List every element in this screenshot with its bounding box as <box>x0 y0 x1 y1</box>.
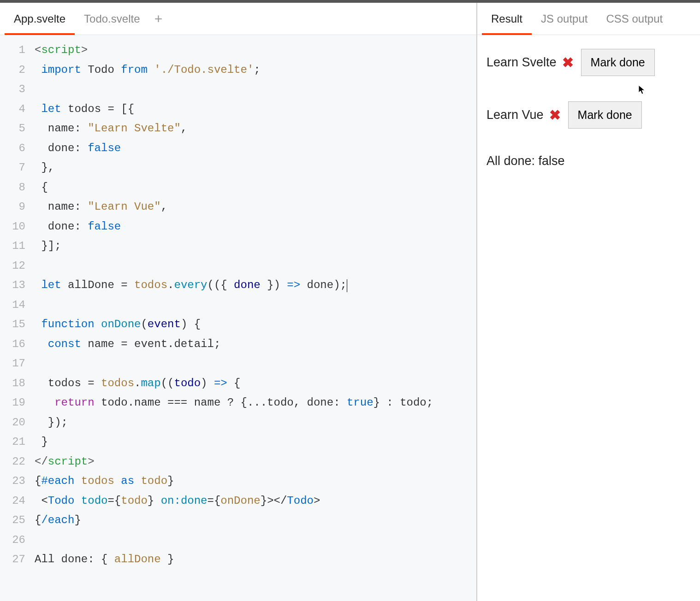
x-icon: ✖ <box>562 54 574 71</box>
code-line[interactable]: </script> <box>35 452 476 472</box>
line-number: 20 <box>0 413 25 433</box>
line-number: 12 <box>0 256 25 276</box>
todo-name: Learn Svelte <box>486 55 557 70</box>
line-number: 2 <box>0 60 25 80</box>
output-pane: ResultJS outputCSS output Learn Svelte✖M… <box>477 3 700 601</box>
code-line[interactable]: <script> <box>35 41 476 60</box>
add-file-tab[interactable]: + <box>149 11 167 27</box>
line-number: 17 <box>0 354 25 374</box>
line-number: 19 <box>0 393 25 413</box>
code-line[interactable] <box>35 295 476 315</box>
code-line[interactable]: done: false <box>35 139 476 159</box>
code-line[interactable]: let todos = [{ <box>35 100 476 119</box>
code-line[interactable]: {/each} <box>35 511 476 530</box>
result-area: Learn Svelte✖Mark doneLearn Vue✖Mark don… <box>477 35 700 601</box>
code-line[interactable]: const name = event.detail; <box>35 335 476 354</box>
line-number: 4 <box>0 100 25 119</box>
output-tabs: ResultJS outputCSS output <box>477 3 700 35</box>
line-number: 22 <box>0 452 25 472</box>
file-tab-1[interactable]: Todo.svelte <box>75 3 149 35</box>
x-icon: ✖ <box>549 107 561 123</box>
line-number: 25 <box>0 511 25 530</box>
line-number: 8 <box>0 178 25 198</box>
all-done-text: All done: false <box>486 154 691 168</box>
file-tabs: App.svelteTodo.svelte+ <box>0 3 476 35</box>
code-line[interactable]: name: "Learn Vue", <box>35 197 476 217</box>
editor-pane: App.svelteTodo.svelte+ 12345678910111213… <box>0 3 477 601</box>
line-number: 13 <box>0 276 25 295</box>
line-number: 24 <box>0 491 25 511</box>
line-number: 5 <box>0 119 25 139</box>
todo-name: Learn Vue <box>486 108 544 122</box>
code-line[interactable]: { <box>35 178 476 198</box>
file-tab-0[interactable]: App.svelte <box>5 3 75 35</box>
line-number: 9 <box>0 197 25 217</box>
code-line[interactable]: }]; <box>35 236 476 256</box>
line-number: 18 <box>0 374 25 394</box>
line-number: 6 <box>0 139 25 159</box>
line-number: 21 <box>0 432 25 452</box>
code-area[interactable]: <script> import Todo from './Todo.svelte… <box>35 35 476 601</box>
line-number: 15 <box>0 315 25 335</box>
code-line[interactable]: All done: { allDone } <box>35 550 476 570</box>
todo-row: Learn Vue✖Mark done <box>486 101 691 129</box>
line-gutter: 1234567891011121314151617181920212223242… <box>0 35 35 601</box>
code-line[interactable]: let allDone = todos.every(({ done }) => … <box>35 276 476 295</box>
line-number: 11 <box>0 236 25 256</box>
code-line[interactable]: todos = todos.map((todo) => { <box>35 374 476 394</box>
todo-row: Learn Svelte✖Mark done <box>486 49 691 76</box>
line-number: 27 <box>0 550 25 570</box>
output-tab-0[interactable]: Result <box>482 3 532 35</box>
code-editor[interactable]: 1234567891011121314151617181920212223242… <box>0 35 476 601</box>
code-line[interactable]: function onDone(event) { <box>35 315 476 335</box>
code-line[interactable]: <Todo todo={todo} on:done={onDone}></Tod… <box>35 491 476 511</box>
code-line[interactable]: }, <box>35 158 476 178</box>
code-line[interactable]: done: false <box>35 217 476 237</box>
code-line[interactable] <box>35 530 476 550</box>
code-line[interactable] <box>35 256 476 276</box>
mark-done-button[interactable]: Mark done <box>568 101 642 129</box>
text-caret <box>347 279 347 292</box>
code-line[interactable]: {#each todos as todo} <box>35 471 476 491</box>
code-line[interactable]: return todo.name === name ? {...todo, do… <box>35 393 476 413</box>
code-line[interactable]: }); <box>35 413 476 433</box>
line-number: 16 <box>0 335 25 354</box>
mark-done-button[interactable]: Mark done <box>581 49 655 76</box>
code-line[interactable]: import Todo from './Todo.svelte'; <box>35 60 476 80</box>
line-number: 3 <box>0 80 25 100</box>
line-number: 26 <box>0 530 25 550</box>
code-line[interactable] <box>35 80 476 100</box>
line-number: 14 <box>0 295 25 315</box>
code-line[interactable]: } <box>35 432 476 452</box>
code-line[interactable] <box>35 354 476 374</box>
line-number: 7 <box>0 158 25 178</box>
line-number: 23 <box>0 471 25 491</box>
line-number: 10 <box>0 217 25 237</box>
line-number: 1 <box>0 41 25 60</box>
output-tab-2[interactable]: CSS output <box>597 3 672 35</box>
output-tab-1[interactable]: JS output <box>532 3 597 35</box>
code-line[interactable]: name: "Learn Svelte", <box>35 119 476 139</box>
